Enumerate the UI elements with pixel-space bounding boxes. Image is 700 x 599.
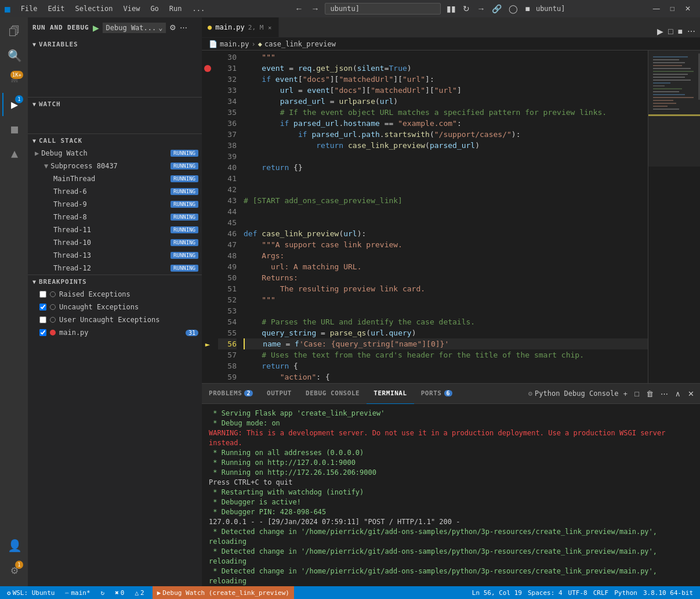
start-debug-button[interactable]: ▶	[93, 23, 99, 33]
status-warnings[interactable]: △ 2	[132, 586, 146, 599]
more-actions-button[interactable]: ⋯	[686, 26, 697, 37]
callstack-item-thread9[interactable]: Thread-9 RUNNING	[28, 198, 202, 211]
menu-edit[interactable]: Edit	[43, 3, 70, 14]
breakpoints-header[interactable]: ▼ BREAKPOINTS	[28, 275, 202, 288]
status-wsl[interactable]: ✪ WSL: Ubuntu	[5, 586, 57, 599]
breadcrumb-icon: 📄	[209, 40, 217, 48]
watch-section: ▼ WATCH	[28, 98, 202, 133]
callstack-item-debug-watch[interactable]: ▶ Debug Watch RUNNING	[28, 147, 202, 160]
gutter-line-33	[202, 85, 213, 96]
debug-more-button[interactable]: ⋯	[180, 23, 187, 32]
bp-uncaught-checkbox[interactable]	[39, 304, 46, 311]
status-python-version[interactable]: 3.8.10 64-bit	[641, 586, 695, 599]
terminal-content[interactable]: * Serving Flask app 'create_link_preview…	[202, 404, 700, 586]
tab-mainpy[interactable]: ● main.py 2, M ✕	[202, 17, 279, 37]
new-terminal-button[interactable]: +	[621, 388, 630, 399]
debug-refresh[interactable]: ↻	[460, 3, 472, 15]
status-git-branch[interactable]: ⎓ main*	[63, 586, 92, 599]
menu-more[interactable]: ...	[188, 3, 210, 14]
output-label: OUTPUT	[267, 389, 292, 397]
panel-tab-debug-console[interactable]: DEBUG CONSOLE	[299, 384, 367, 404]
watch-header[interactable]: ▼ WATCH	[28, 98, 202, 110]
status-spaces[interactable]: Spaces: 4	[525, 586, 565, 599]
split-terminal-button[interactable]: □	[632, 388, 641, 399]
panel-close-button[interactable]: ✕	[686, 388, 697, 399]
debug-connect[interactable]: 🔗	[489, 3, 504, 15]
bp-uncaught-exceptions: Uncaught Exceptions	[28, 301, 202, 313]
bp-mainpy-count: 31	[186, 330, 198, 336]
menu-selection[interactable]: Selection	[70, 3, 117, 14]
status-eol[interactable]: CRLF	[591, 586, 611, 599]
python-debug-console-label: ⚙ Python Debug Console	[528, 389, 619, 398]
activity-explorer[interactable]: 🗍	[2, 20, 26, 43]
activity-search[interactable]: 🔍	[2, 44, 26, 67]
activity-settings[interactable]: ⚙ 1	[2, 558, 26, 582]
debug-step[interactable]: →	[474, 3, 487, 15]
bp-user-uncaught-checkbox[interactable]	[39, 316, 46, 323]
gutter-line-43	[202, 195, 213, 206]
status-sync[interactable]: ↻	[99, 586, 107, 599]
term-line-13: * Detected change in '/home/pierrick/git…	[209, 547, 693, 566]
back-button[interactable]: ←	[292, 3, 305, 15]
gutter-line-32	[202, 74, 213, 85]
gutter-line-44	[202, 206, 213, 217]
panel-tab-problems[interactable]: PROBLEMS 2	[202, 384, 260, 404]
code-content[interactable]: """ event = req.get_json(silent=True) if…	[241, 50, 648, 383]
activity-accounts[interactable]: 👤	[2, 534, 26, 557]
status-errors[interactable]: ✖ 0	[113, 586, 126, 599]
callstack-item-mainthread[interactable]: MainThread RUNNING	[28, 172, 202, 185]
debug-gear-button[interactable]: ⚙	[169, 23, 176, 32]
menu-go[interactable]: Go	[146, 3, 163, 14]
menu-run[interactable]: Run	[165, 3, 187, 14]
callstack-item-subprocess[interactable]: ▼ Subprocess 80437 RUNNING	[28, 160, 202, 172]
callstack-item-thread8[interactable]: Thread-8 RUNNING	[28, 211, 202, 223]
debug-config-dropdown[interactable]: Debug Wat... ⌄	[103, 23, 166, 33]
callstack-item-thread13[interactable]: Thread-13 RUNNING	[28, 249, 202, 262]
status-encoding[interactable]: UTF-8	[566, 586, 590, 599]
split-editor-button[interactable]: □	[667, 26, 674, 37]
code-line-46: def case_link_preview(url):	[244, 228, 648, 239]
address-bar[interactable]: ubuntu]	[325, 3, 441, 15]
win-close[interactable]: ✕	[680, 3, 695, 14]
kill-terminal-button[interactable]: 🗑	[644, 388, 656, 399]
menu-file[interactable]: File	[16, 3, 42, 14]
breakpoints-section: ▼ BREAKPOINTS Raised Exceptions Uncaught…	[28, 275, 202, 339]
win-minimize[interactable]: —	[648, 3, 665, 14]
gutter-line-45	[202, 217, 213, 228]
callstack-item-thread10[interactable]: Thread-10 RUNNING	[28, 236, 202, 249]
panel-tab-terminal[interactable]: TERMINAL	[367, 384, 414, 404]
activity-source-control[interactable]: ⎓ 1K+	[2, 68, 26, 92]
subprocess-icon: ▼	[44, 162, 48, 170]
menu-view[interactable]: View	[118, 3, 144, 14]
activity-flask[interactable]: ▲	[2, 142, 26, 165]
activity-debug[interactable]: ▶ 1	[2, 93, 26, 116]
status-debug-bar[interactable]: ▶ Debug Watch (create_link_preview)	[153, 586, 294, 599]
callstack-item-thread11[interactable]: Thread-11 RUNNING	[28, 223, 202, 236]
activity-extensions[interactable]: ■	[2, 117, 26, 140]
panel-tabs: PROBLEMS 2 OUTPUT DEBUG CONSOLE TERMINAL…	[202, 384, 700, 404]
debug-pause[interactable]: ▮▮	[444, 3, 458, 15]
breadcrumb-symbol[interactable]: case_link_preview	[264, 40, 336, 48]
editor-layout-button[interactable]: ■	[677, 26, 684, 37]
more-panel-button[interactable]: ⋯	[658, 388, 670, 399]
debug-circle[interactable]: ◯	[506, 3, 520, 15]
variables-header[interactable]: ▼ VARIABLES	[28, 38, 202, 50]
tab-close-button[interactable]: ✕	[267, 24, 273, 31]
breadcrumb-file[interactable]: main.py	[220, 40, 249, 48]
gutter-line-31[interactable]	[202, 63, 213, 74]
status-language[interactable]: Python	[612, 586, 640, 599]
breadcrumb-separator: ›	[252, 40, 256, 48]
debug-stop[interactable]: ■	[523, 3, 532, 15]
win-maximize[interactable]: □	[666, 3, 679, 14]
status-line-col[interactable]: Ln 56, Col 19	[470, 586, 524, 599]
run-split-button[interactable]: ▶	[656, 26, 665, 37]
bp-raised-checkbox[interactable]	[39, 291, 46, 298]
panel-tab-output[interactable]: OUTPUT	[260, 384, 299, 404]
callstack-item-thread12[interactable]: Thread-12 RUNNING	[28, 262, 202, 275]
bp-mainpy-checkbox[interactable]	[39, 329, 46, 336]
panel-up-button[interactable]: ∧	[673, 388, 683, 399]
panel-tab-ports[interactable]: PORTS 6	[414, 384, 459, 404]
callstack-item-thread6[interactable]: Thread-6 RUNNING	[28, 185, 202, 198]
callstack-header[interactable]: ▼ CALL STACK	[28, 134, 202, 147]
forward-button[interactable]: →	[309, 3, 321, 15]
